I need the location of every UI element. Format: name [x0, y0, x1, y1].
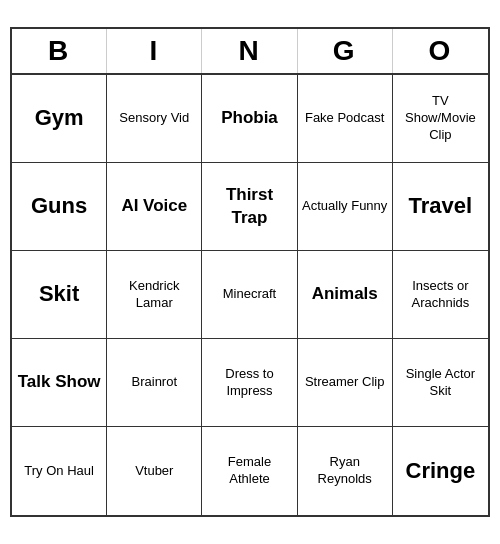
- bingo-cell-3: Fake Podcast: [298, 75, 393, 163]
- cell-text-2: Phobia: [221, 107, 278, 129]
- cell-text-16: Brainrot: [132, 374, 178, 391]
- cell-text-14: Insects or Arachnids: [397, 278, 484, 312]
- cell-text-15: Talk Show: [18, 371, 101, 393]
- cell-text-13: Animals: [312, 283, 378, 305]
- bingo-cell-18: Streamer Clip: [298, 339, 393, 427]
- cell-text-24: Cringe: [406, 457, 476, 486]
- cell-text-22: Female Athlete: [206, 454, 292, 488]
- bingo-cell-11: Kendrick Lamar: [107, 251, 202, 339]
- bingo-cell-4: TV Show/Movie Clip: [393, 75, 488, 163]
- cell-text-17: Dress to Impress: [206, 366, 292, 400]
- bingo-cell-6: AI Voice: [107, 163, 202, 251]
- bingo-cell-10: Skit: [12, 251, 107, 339]
- bingo-cell-12: Minecraft: [202, 251, 297, 339]
- bingo-cell-16: Brainrot: [107, 339, 202, 427]
- bingo-cell-2: Phobia: [202, 75, 297, 163]
- header-letter-b: B: [12, 29, 107, 73]
- cell-text-8: Actually Funny: [302, 198, 387, 215]
- bingo-cell-0: Gym: [12, 75, 107, 163]
- header-letter-o: O: [393, 29, 488, 73]
- bingo-cell-20: Try On Haul: [12, 427, 107, 515]
- header-letter-g: G: [298, 29, 393, 73]
- bingo-cell-22: Female Athlete: [202, 427, 297, 515]
- bingo-cell-19: Single Actor Skit: [393, 339, 488, 427]
- bingo-cell-14: Insects or Arachnids: [393, 251, 488, 339]
- bingo-cell-23: Ryan Reynolds: [298, 427, 393, 515]
- bingo-cell-21: Vtuber: [107, 427, 202, 515]
- cell-text-4: TV Show/Movie Clip: [397, 93, 484, 144]
- cell-text-19: Single Actor Skit: [397, 366, 484, 400]
- cell-text-18: Streamer Clip: [305, 374, 384, 391]
- bingo-cell-1: Sensory Vid: [107, 75, 202, 163]
- cell-text-23: Ryan Reynolds: [302, 454, 388, 488]
- bingo-cell-24: Cringe: [393, 427, 488, 515]
- cell-text-21: Vtuber: [135, 463, 173, 480]
- cell-text-5: Guns: [31, 192, 87, 221]
- cell-text-3: Fake Podcast: [305, 110, 385, 127]
- cell-text-9: Travel: [409, 192, 473, 221]
- cell-text-6: AI Voice: [121, 195, 187, 217]
- cell-text-11: Kendrick Lamar: [111, 278, 197, 312]
- cell-text-12: Minecraft: [223, 286, 276, 303]
- bingo-cell-17: Dress to Impress: [202, 339, 297, 427]
- bingo-cell-5: Guns: [12, 163, 107, 251]
- bingo-header: BINGO: [12, 29, 488, 75]
- bingo-grid: GymSensory VidPhobiaFake PodcastTV Show/…: [12, 75, 488, 515]
- header-letter-i: I: [107, 29, 202, 73]
- bingo-cell-9: Travel: [393, 163, 488, 251]
- cell-text-0: Gym: [35, 104, 84, 133]
- cell-text-7: Thirst Trap: [206, 184, 292, 228]
- cell-text-10: Skit: [39, 280, 79, 309]
- cell-text-20: Try On Haul: [24, 463, 94, 480]
- bingo-cell-7: Thirst Trap: [202, 163, 297, 251]
- header-letter-n: N: [202, 29, 297, 73]
- bingo-cell-8: Actually Funny: [298, 163, 393, 251]
- bingo-cell-15: Talk Show: [12, 339, 107, 427]
- bingo-cell-13: Animals: [298, 251, 393, 339]
- bingo-card: BINGO GymSensory VidPhobiaFake PodcastTV…: [10, 27, 490, 517]
- cell-text-1: Sensory Vid: [119, 110, 189, 127]
